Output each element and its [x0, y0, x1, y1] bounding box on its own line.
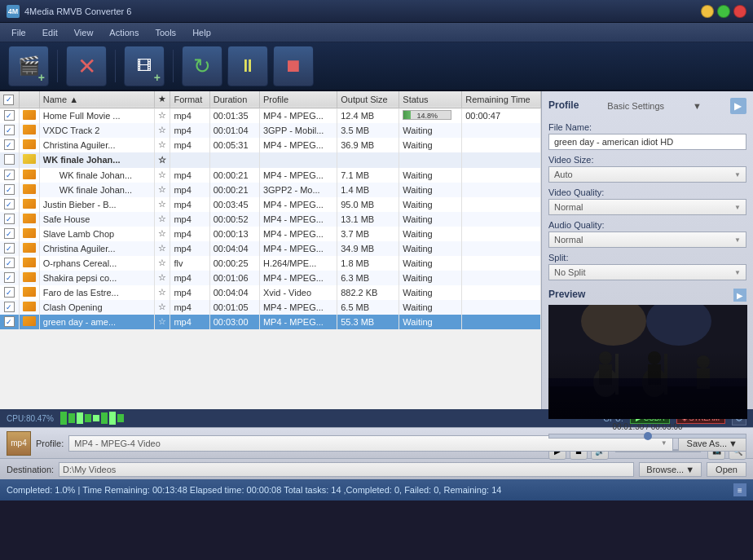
- basic-settings-label[interactable]: Basic Settings: [607, 101, 664, 111]
- table-row[interactable]: VXDC Track 2☆mp400:01:043GPP - Mobil...3…: [0, 123, 541, 138]
- status-details-icon[interactable]: ≡: [733, 483, 746, 496]
- row-checkbox[interactable]: [4, 228, 15, 239]
- table-row[interactable]: Christina Aguiler...☆mp400:05:31MP4 - MP…: [0, 138, 541, 152]
- row-checkbox[interactable]: [4, 243, 15, 254]
- table-row[interactable]: WK finale Johan...☆: [0, 152, 541, 168]
- add-video-button[interactable]: 🎬 +: [8, 46, 49, 86]
- remove-button[interactable]: ✕: [66, 46, 107, 86]
- split-section: Split: No Split ▼: [548, 253, 746, 280]
- row-checkbox[interactable]: [4, 316, 15, 327]
- row-checkbox[interactable]: [4, 199, 15, 209]
- menu-help[interactable]: Help: [184, 26, 219, 39]
- file-name-input[interactable]: [548, 134, 746, 150]
- table-row[interactable]: O-rphans Cereal...☆flv00:00:25H.264/MPE.…: [0, 256, 541, 271]
- open-button[interactable]: Open: [707, 462, 746, 477]
- table-row[interactable]: WK finale Johan...☆mp400:00:213GPP2 - Mo…: [0, 183, 541, 197]
- header-duration[interactable]: Duration: [209, 91, 259, 108]
- audio-quality-dropdown[interactable]: Normal ▼: [548, 231, 746, 248]
- table-row[interactable]: Clash Opening☆mp400:01:05MP4 - MPEG...6.…: [0, 300, 541, 315]
- settings-expand-icon[interactable]: ▼: [693, 101, 702, 111]
- row-checkbox[interactable]: [4, 302, 15, 312]
- row-star[interactable]: ☆: [154, 227, 170, 241]
- header-checkbox[interactable]: [3, 95, 14, 105]
- table-row[interactable]: Justin Bieber - B...☆mp400:03:45MP4 - MP…: [0, 197, 541, 212]
- row-star[interactable]: ☆: [154, 212, 170, 227]
- row-star[interactable]: ☆: [154, 197, 170, 212]
- row-star[interactable]: ☆: [154, 123, 170, 138]
- row-checkbox[interactable]: [4, 258, 15, 268]
- close-button[interactable]: [733, 5, 746, 18]
- table-row[interactable]: Christina Aguiler...☆mp400:04:04MP4 - MP…: [0, 241, 541, 256]
- open-label: Open: [716, 465, 738, 474]
- row-checkbox[interactable]: [4, 139, 15, 150]
- row-star[interactable]: ☆: [154, 256, 170, 271]
- row-remaining: [462, 183, 541, 197]
- add-segment-button[interactable]: 🎞 +: [124, 46, 165, 86]
- table-row[interactable]: Shakira pepsi co...☆mp400:01:06MP4 - MPE…: [0, 271, 541, 285]
- seek-bar[interactable]: [548, 434, 746, 439]
- row-format: mp4: [170, 212, 209, 227]
- table-row[interactable]: Safe House☆mp400:00:52MP4 - MPEG...13.1 …: [0, 212, 541, 227]
- preview-expand-button[interactable]: ▶: [733, 289, 746, 302]
- row-star[interactable]: ☆: [154, 152, 170, 168]
- row-checkbox[interactable]: [4, 125, 15, 135]
- destination-input[interactable]: D:\My Videos: [59, 462, 634, 477]
- row-format: mp4: [170, 285, 209, 300]
- table-row[interactable]: Home Full Movie ...☆mp400:01:35MP4 - MPE…: [0, 108, 541, 123]
- panel-expand-button[interactable]: ▶: [730, 98, 746, 114]
- row-star[interactable]: ☆: [154, 315, 170, 329]
- row-star[interactable]: ☆: [154, 183, 170, 197]
- seek-thumb[interactable]: [644, 432, 652, 440]
- row-star[interactable]: ☆: [154, 241, 170, 256]
- row-checkbox[interactable]: [4, 272, 15, 283]
- row-checkbox[interactable]: [4, 184, 15, 195]
- row-star[interactable]: ☆: [154, 108, 170, 123]
- row-star[interactable]: ☆: [154, 138, 170, 152]
- header-check[interactable]: [0, 91, 19, 108]
- menu-view[interactable]: View: [66, 26, 102, 39]
- row-checkbox[interactable]: [4, 154, 15, 165]
- video-size-dropdown[interactable]: Auto ▼: [548, 166, 746, 183]
- row-star[interactable]: ☆: [154, 285, 170, 300]
- header-remaining[interactable]: Remaining Time: [462, 91, 541, 108]
- row-star[interactable]: ☆: [154, 271, 170, 285]
- menu-file[interactable]: File: [3, 26, 34, 39]
- maximize-button[interactable]: [717, 5, 730, 18]
- row-duration: 00:04:04: [209, 241, 259, 256]
- file-list-scroll[interactable]: Name ▲ ★ Format Duration Profile Output …: [0, 91, 541, 409]
- browse-button[interactable]: Browse... ▼: [639, 462, 702, 477]
- row-profile: 3GPP - Mobil...: [259, 123, 337, 138]
- row-checkbox[interactable]: [4, 110, 15, 121]
- svg-point-12: [697, 355, 710, 368]
- row-remaining: [462, 241, 541, 256]
- table-row[interactable]: Faro de las Estre...☆mp400:04:04Xvid - V…: [0, 285, 541, 300]
- table-row[interactable]: WK finale Johan...☆mp400:00:21MP4 - MPEG…: [0, 168, 541, 183]
- minimize-button[interactable]: [701, 5, 714, 18]
- preview-expand-icon: ▶: [737, 291, 743, 300]
- header-name[interactable]: Name ▲: [39, 91, 154, 108]
- row-star[interactable]: ☆: [154, 300, 170, 315]
- table-row[interactable]: green day - ame...☆mp400:03:00MP4 - MPEG…: [0, 315, 541, 329]
- header-format[interactable]: Format: [170, 91, 209, 108]
- destination-label: Destination:: [7, 465, 54, 474]
- header-star[interactable]: ★: [154, 91, 170, 108]
- row-checkbox[interactable]: [4, 214, 15, 224]
- header-status[interactable]: Status: [399, 91, 462, 108]
- split-dropdown[interactable]: No Split ▼: [548, 264, 746, 280]
- row-checkbox[interactable]: [4, 287, 15, 298]
- convert-button[interactable]: ↻: [182, 46, 222, 86]
- header-profile[interactable]: Profile: [259, 91, 337, 108]
- menu-tools[interactable]: Tools: [147, 26, 184, 39]
- row-checkbox[interactable]: [4, 170, 15, 180]
- menu-edit[interactable]: Edit: [34, 26, 66, 39]
- main-content: Name ▲ ★ Format Duration Profile Output …: [0, 91, 753, 409]
- row-checkbox-cell: [0, 183, 19, 197]
- pause-button[interactable]: ⏸: [227, 46, 268, 86]
- video-quality-dropdown[interactable]: Normal ▼: [548, 199, 746, 215]
- row-star[interactable]: ☆: [154, 168, 170, 183]
- header-size[interactable]: Output Size: [337, 91, 399, 108]
- row-format: mp4: [170, 227, 209, 241]
- stop-button[interactable]: ⏹: [273, 46, 314, 86]
- menu-actions[interactable]: Actions: [101, 26, 147, 39]
- table-row[interactable]: Slave Lamb Chop☆mp400:00:13MP4 - MPEG...…: [0, 227, 541, 241]
